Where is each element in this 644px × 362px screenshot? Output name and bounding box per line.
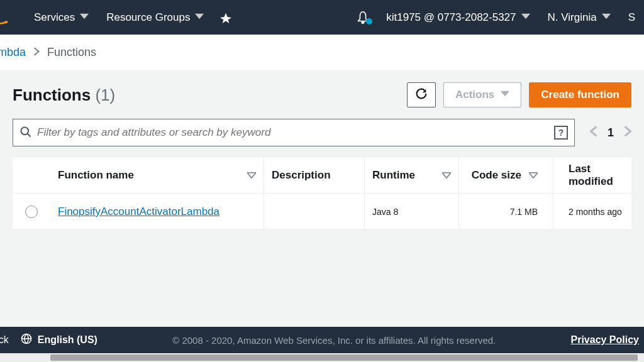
cell-runtime: Java 8 — [365, 194, 459, 229]
footer: back English (US) © 2008 - 2020, Amazon … — [0, 327, 644, 353]
col-runtime[interactable]: Runtime — [365, 157, 459, 193]
refresh-button[interactable] — [407, 82, 436, 107]
footer-language[interactable]: English (US) — [20, 332, 97, 348]
refresh-icon — [414, 87, 428, 104]
actions-button[interactable]: Actions — [443, 82, 521, 107]
sort-icon — [247, 169, 256, 182]
page-title: Functions (1) — [13, 85, 115, 105]
nav-region[interactable]: N. Virginia — [539, 0, 619, 35]
chevron-right-icon — [33, 46, 40, 59]
nav-services-label: Services — [34, 11, 75, 24]
col-code-size[interactable]: Code size — [459, 157, 553, 193]
create-function-button[interactable]: Create function — [529, 82, 631, 107]
cell-last-modified: 2 months ago — [553, 207, 631, 217]
caret-down-icon — [521, 11, 530, 24]
cell-code-size: 7.1 MB — [459, 194, 553, 229]
col-function-name[interactable]: Function name — [50, 157, 264, 193]
col-modified-label: Last modified — [569, 163, 624, 188]
nav-pin-icon[interactable] — [213, 12, 239, 23]
function-link[interactable]: FinopsifyAccountActivatorLambda — [58, 206, 219, 218]
col-description[interactable]: Description — [264, 157, 365, 193]
footer-copyright: © 2008 - 2020, Amazon Web Services, Inc.… — [97, 335, 571, 346]
col-runtime-label: Runtime — [372, 169, 415, 182]
col-desc-label: Description — [272, 169, 331, 182]
actions-label: Actions — [455, 89, 494, 101]
col-size-label: Code size — [472, 169, 521, 182]
filter-row: ? 1 — [13, 119, 631, 146]
footer-feedback[interactable]: back — [0, 334, 9, 346]
breadcrumb-current: Functions — [47, 46, 96, 59]
page-body: Functions (1) Actions Create function ? — [0, 71, 644, 230]
search-box[interactable]: ? — [13, 119, 575, 146]
search-input[interactable] — [32, 126, 554, 139]
page-title-text: Functions — [13, 85, 91, 104]
table-header-row: Function name Description Runtime Code s… — [13, 157, 631, 194]
pager-next[interactable] — [624, 126, 631, 140]
col-name-label: Function name — [58, 169, 134, 182]
create-function-label: Create function — [541, 89, 619, 101]
aws-logo[interactable]: /S — [0, 8, 25, 27]
breadcrumb-lambda[interactable]: ambda — [0, 46, 26, 59]
nav-bell-icon[interactable] — [348, 11, 377, 25]
footer-privacy[interactable]: Privacy Policy — [570, 334, 639, 346]
caret-down-icon — [501, 89, 509, 101]
caret-down-icon — [80, 11, 89, 24]
caret-down-icon — [602, 11, 611, 24]
pager-current: 1 — [608, 126, 614, 140]
nav-support-label: S — [628, 11, 635, 24]
nav-services[interactable]: Services — [25, 0, 97, 35]
sort-icon — [529, 169, 538, 182]
pager-prev[interactable] — [590, 126, 597, 140]
footer-language-label: English (US) — [38, 334, 97, 346]
top-nav: /S Services Resource Groups kit1975 @ 07… — [0, 0, 644, 35]
caret-down-icon — [195, 11, 204, 24]
svg-point-1 — [21, 127, 29, 134]
nav-support[interactable]: S — [619, 0, 644, 35]
functions-table: Function name Description Runtime Code s… — [13, 156, 631, 230]
table-row: FinopsifyAccountActivatorLambda Java 8 7… — [13, 194, 631, 230]
nav-resource-groups[interactable]: Resource Groups — [97, 0, 213, 35]
col-last-modified[interactable]: Last modified — [553, 163, 631, 188]
nav-region-label: N. Virginia — [548, 11, 597, 24]
nav-account-label: kit1975 @ 0773-2082-5327 — [386, 11, 516, 24]
cell-function-name: FinopsifyAccountActivatorLambda — [50, 194, 264, 229]
notification-dot-icon — [366, 18, 372, 25]
pager: 1 — [590, 126, 631, 140]
page-header: Functions (1) Actions Create function — [13, 82, 631, 107]
breadcrumb: ambda Functions — [0, 35, 644, 71]
page-count: (1) — [95, 85, 115, 104]
radio-icon[interactable] — [25, 206, 38, 218]
sort-icon — [442, 169, 451, 182]
search-icon — [19, 126, 32, 140]
horizontal-scrollbar[interactable] — [0, 353, 644, 362]
scrollbar-thumb[interactable] — [50, 354, 638, 361]
nav-account[interactable]: kit1975 @ 0773-2082-5327 — [377, 0, 538, 35]
nav-resource-groups-label: Resource Groups — [106, 11, 190, 24]
globe-icon — [20, 332, 33, 348]
row-select[interactable] — [13, 206, 50, 218]
help-icon[interactable]: ? — [554, 126, 568, 140]
cell-description — [264, 194, 365, 229]
